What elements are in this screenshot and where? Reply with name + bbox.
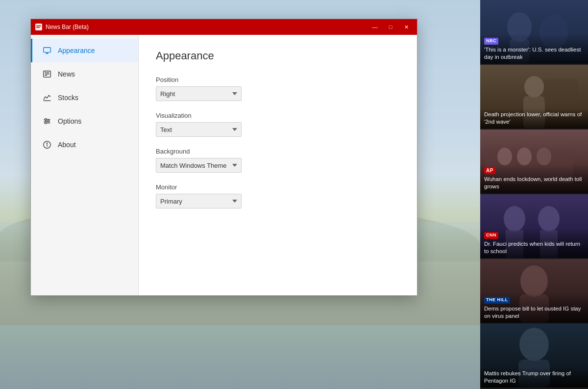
position-field-group: Position Right Left Top Bottom (156, 76, 400, 101)
news-headline: Dems propose bill to let ousted IG stay … (484, 305, 584, 320)
visualization-select[interactable]: Text Images Minimal (156, 122, 242, 137)
svg-point-10 (497, 148, 512, 165)
news-sidebar: NBC 'This is a monster': U.S. sees deadl… (480, 0, 588, 389)
news-headline: 'This is a monster': U.S. sees deadliest… (484, 46, 584, 61)
svg-rect-7 (544, 79, 578, 104)
news-card[interactable]: CNN Dr. Fauci predicts when kids will re… (480, 194, 588, 258)
news-card-overlay: NBC 'This is a monster': U.S. sees deadl… (480, 34, 588, 64)
nav-label-options: Options (58, 117, 81, 125)
news-card[interactable]: Death projection lower, official warns o… (480, 65, 588, 129)
app-nav: Appearance News (31, 35, 139, 295)
monitor-select[interactable]: Primary Secondary All (156, 194, 242, 208)
position-select[interactable]: Right Left Top Bottom (156, 86, 242, 101)
news-headline: Wuhan ends lockdown, world death toll gr… (484, 176, 584, 190)
news-card-overlay: AP Wuhan ends lockdown, world death toll… (480, 164, 588, 193)
minimize-button[interactable]: — (368, 22, 382, 32)
visualization-label: Visualization (156, 112, 400, 119)
app-icon (35, 23, 43, 31)
visualization-field-group: Visualization Text Images Minimal (156, 112, 400, 137)
news-card[interactable]: AP Wuhan ends lockdown, world death toll… (480, 130, 588, 193)
svg-rect-26 (36, 27, 40, 28)
app-body: Appearance News (31, 35, 417, 295)
news-card[interactable]: NBC 'This is a monster': U.S. sees deadl… (480, 0, 588, 64)
news-card-overlay: CNN Dr. Fauci predicts when kids will re… (480, 228, 588, 258)
sidebar-item-stocks[interactable]: Stocks (31, 86, 138, 109)
close-button[interactable]: ✕ (399, 22, 413, 32)
svg-point-19 (520, 265, 548, 297)
sidebar-item-news[interactable]: News (31, 62, 138, 86)
news-headline: Dr. Fauci predicts when kids will return… (484, 240, 584, 255)
nav-label-appearance: Appearance (58, 47, 95, 54)
svg-point-5 (524, 76, 544, 98)
svg-point-40 (45, 122, 47, 124)
news-card-overlay: THE HILL Dems propose bill to let ousted… (480, 293, 588, 323)
monitor-field-group: Monitor Primary Secondary All (156, 183, 400, 208)
app-window: News Bar (Beta) — □ ✕ Appearance (30, 19, 417, 296)
svg-point-39 (48, 120, 49, 122)
background-select[interactable]: Match Windows Theme Dark Light Custom (156, 158, 242, 173)
svg-point-22 (519, 328, 549, 361)
window-title: News Bar (Beta) (46, 24, 368, 30)
background-label: Background (156, 148, 400, 155)
svg-rect-25 (36, 26, 41, 26)
position-label: Position (156, 76, 400, 83)
news-card-overlay: Mattis rebukes Trump over firing of Pent… (480, 367, 588, 388)
svg-point-12 (537, 148, 551, 165)
news-card-overlay: Death projection lower, official warns o… (480, 108, 588, 129)
window-controls: — □ ✕ (368, 22, 413, 32)
svg-rect-27 (44, 48, 50, 52)
monitor-icon (42, 46, 52, 55)
about-icon (42, 140, 52, 150)
titlebar: News Bar (Beta) — □ ✕ (31, 19, 417, 35)
stocks-icon (42, 93, 52, 103)
news-card[interactable]: Mattis rebukes Trump over firing of Pent… (480, 324, 588, 388)
svg-point-16 (538, 206, 560, 232)
nav-label-news: News (58, 70, 75, 78)
nav-label-stocks: Stocks (58, 94, 78, 102)
news-card[interactable]: THE HILL Dems propose bill to let ousted… (480, 259, 588, 323)
svg-point-43 (47, 143, 47, 143)
news-source: CNN (484, 232, 498, 239)
news-source: THE HILL (484, 297, 510, 304)
sidebar-item-options[interactable]: Options (31, 109, 138, 133)
maximize-button[interactable]: □ (384, 22, 397, 32)
appearance-panel: Appearance Position Right Left Top Botto… (139, 35, 417, 295)
news-source: AP (484, 167, 495, 174)
news-headline: Mattis rebukes Trump over firing of Pent… (484, 370, 584, 385)
monitor-label: Monitor (156, 183, 400, 191)
background-field-group: Background Match Windows Theme Dark Ligh… (156, 148, 400, 173)
news-headline: Death projection lower, official warns o… (484, 111, 584, 126)
news-source: NBC (484, 38, 498, 45)
nav-label-about: About (58, 141, 76, 149)
panel-title: Appearance (156, 50, 400, 62)
svg-point-14 (504, 206, 525, 232)
sidebar-item-appearance[interactable]: Appearance (31, 39, 138, 62)
svg-point-38 (45, 119, 47, 121)
news-icon (42, 69, 52, 79)
options-icon (42, 116, 52, 126)
svg-point-11 (517, 148, 532, 165)
sidebar-item-about[interactable]: About (31, 133, 138, 156)
